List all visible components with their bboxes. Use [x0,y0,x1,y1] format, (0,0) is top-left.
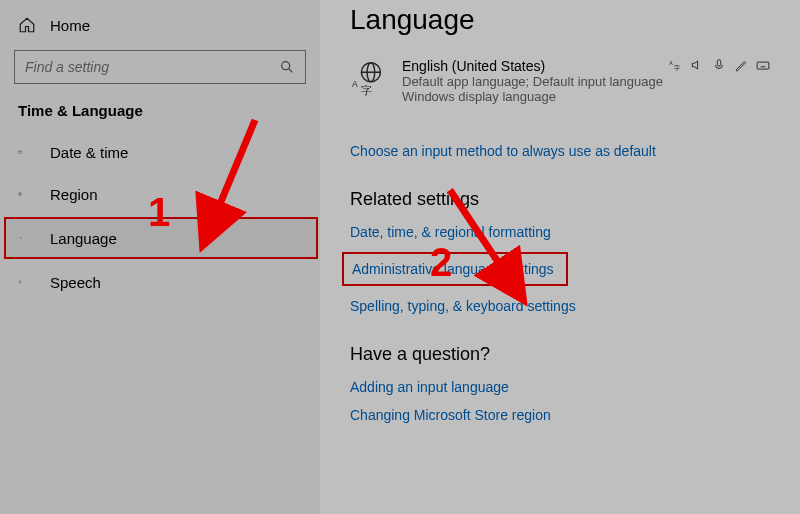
language-toolbar-icons: A字 [668,58,770,72]
search-input[interactable] [25,59,279,75]
link-add-input-language[interactable]: Adding an input language [350,379,509,395]
language-letter-icon: A字 [18,229,36,247]
link-date-time-regional[interactable]: Date, time, & regional formatting [350,224,551,240]
page-title: Language [350,4,770,36]
sidebar-item-speech[interactable]: Speech [8,263,312,301]
settings-window: Home Time & Language Date & time Region … [0,0,800,514]
svg-text:A: A [352,79,358,89]
date-time-icon [18,143,36,161]
search-icon [279,59,295,75]
display-language-icon: A字 [668,58,682,72]
current-language-text: English (United States) Default app lang… [402,58,663,104]
link-spelling-typing[interactable]: Spelling, typing, & keyboard settings [350,298,576,314]
related-settings-heading: Related settings [350,189,770,210]
home-icon [18,16,36,34]
svg-rect-11 [20,281,21,283]
sidebar-item-label: Region [50,186,98,203]
sidebar-item-region[interactable]: Region [8,175,312,213]
link-admin-language-settings[interactable]: Administrative language settings [352,261,554,277]
sidebar-item-label: Language [50,230,117,247]
svg-text:字: 字 [674,64,680,71]
highlight-admin-language: Administrative language settings [342,252,568,286]
svg-text:字: 字 [361,84,372,96]
main-content: Language A字 English (United States) Defa… [320,0,800,514]
link-change-store-region[interactable]: Changing Microsoft Store region [350,407,551,423]
search-box[interactable] [14,50,306,84]
globe-icon [18,185,36,203]
current-language-desc2: Windows display language [402,89,663,104]
svg-text:A: A [669,60,673,66]
microphone-icon [18,273,36,291]
related-settings-links: Date, time, & regional formatting Admini… [350,224,770,314]
sidebar: Home Time & Language Date & time Region … [0,0,320,514]
sidebar-item-label: Speech [50,274,101,291]
nav-home[interactable]: Home [8,10,312,40]
speech-recognition-icon [712,58,726,72]
svg-rect-21 [757,62,769,69]
svg-rect-2 [19,151,22,154]
current-language-block: A字 English (United States) Default app l… [350,58,770,104]
handwriting-icon [734,58,748,72]
svg-line-1 [289,69,292,72]
sidebar-section-title: Time & Language [8,102,312,133]
keyboard-icon [756,58,770,72]
svg-text:字: 字 [20,237,22,240]
svg-rect-20 [717,60,721,66]
tts-icon [690,58,704,72]
question-heading: Have a question? [350,344,770,365]
sidebar-item-date-time[interactable]: Date & time [8,133,312,171]
nav-home-label: Home [50,17,90,34]
language-globe-icon: A字 [350,58,388,96]
sidebar-item-language[interactable]: A字 Language [4,217,318,259]
current-language-desc1: Default app language; Default input lang… [402,74,663,89]
link-input-method[interactable]: Choose an input method to always use as … [350,143,656,159]
sidebar-item-label: Date & time [50,144,128,161]
current-language-name: English (United States) [402,58,663,74]
svg-point-0 [282,62,290,70]
question-links: Adding an input language Changing Micros… [350,379,770,423]
